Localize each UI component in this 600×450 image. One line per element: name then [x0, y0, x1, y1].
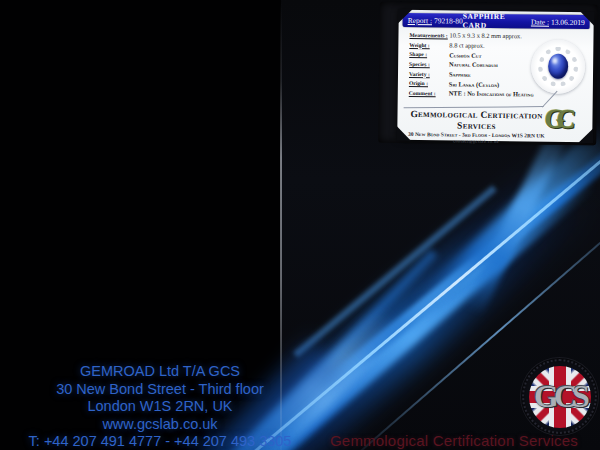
company-name-line: GEMROAD Ltd T/A GCS — [0, 363, 320, 381]
sapphire-certificate-card: Report : 79218-80 SAPPHIRE CARD Date : 1… — [397, 10, 594, 142]
report-date: Date : 13.06.2019 — [531, 17, 585, 27]
field-label: Measurements : — [409, 32, 449, 38]
field-label: Variety : — [409, 71, 449, 77]
footer-divider-line — [404, 106, 544, 108]
field-value: NTE : No Indications of Heating — [449, 90, 534, 98]
report-number-value: 79218-80 — [434, 16, 463, 25]
gem-highlight — [552, 58, 557, 64]
gcs-letters: GCS — [521, 358, 598, 435]
report-number: Report : 79218-80 — [408, 15, 463, 25]
date-value: 13.06.2019 — [551, 17, 585, 26]
street-line: 30 New Bond Street - Third floor — [0, 381, 320, 399]
field-value: Sri Lanka (Ceylon) — [449, 80, 499, 88]
city-line: London W1S 2RN, UK — [0, 398, 320, 416]
field-label: Shape : — [409, 51, 449, 57]
field-label: Weight : — [409, 41, 449, 47]
phone-line: T: +44 207 491 4777 - +44 207 493 3305 — [0, 433, 320, 450]
gc-monogram-icon: GC — [543, 102, 590, 139]
website-line: www.gcslab.co.uk — [0, 416, 320, 434]
card-title: SAPPHIRE CARD — [463, 12, 531, 31]
field-label: Origin : — [409, 80, 449, 86]
folder-photo-background: Report : 79218-80 SAPPHIRE CARD Date : 1… — [0, 0, 600, 450]
field-value: 8.8 ct approx. — [449, 41, 484, 48]
field-comment: Comment : NTE : No Indications of Heatin… — [409, 88, 559, 100]
lab-name: Gemmological Certification Services — [401, 109, 551, 133]
card-header-bar: Report : 79218-80 SAPPHIRE CARD Date : 1… — [403, 13, 590, 29]
field-value: Sapphire — [449, 71, 471, 78]
field-label: Comment : — [409, 90, 449, 96]
field-value: Natural Corundum — [449, 61, 498, 69]
field-label: Species : — [409, 61, 449, 67]
field-value: 10.5 x 9.3 x 8.2 mm approx. — [449, 32, 522, 40]
field-value: Cushion Cut — [449, 51, 481, 58]
gcs-union-jack-badge: GCS — [521, 358, 598, 435]
sapphire-ring-photo — [531, 39, 586, 94]
report-label: Report : — [408, 15, 432, 24]
contact-details-block: GEMROAD Ltd T/A GCS 30 New Bond Street -… — [0, 363, 320, 450]
card-footer: Gemmological Certification Services 30 N… — [401, 109, 551, 146]
date-label: Date : — [531, 17, 549, 26]
